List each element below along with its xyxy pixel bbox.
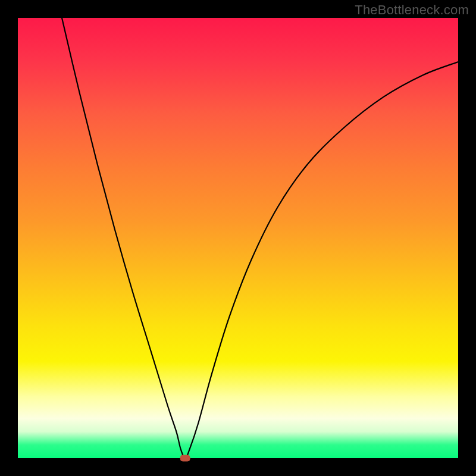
watermark-text: TheBottleneck.com	[355, 2, 469, 18]
marker-layer	[180, 455, 190, 461]
plot-gradient-area	[18, 18, 458, 458]
series-curve	[62, 18, 458, 458]
min-marker	[180, 455, 190, 461]
plot-svg	[18, 18, 458, 458]
chart-frame: TheBottleneck.com	[0, 0, 476, 476]
curve-layer	[62, 18, 458, 458]
